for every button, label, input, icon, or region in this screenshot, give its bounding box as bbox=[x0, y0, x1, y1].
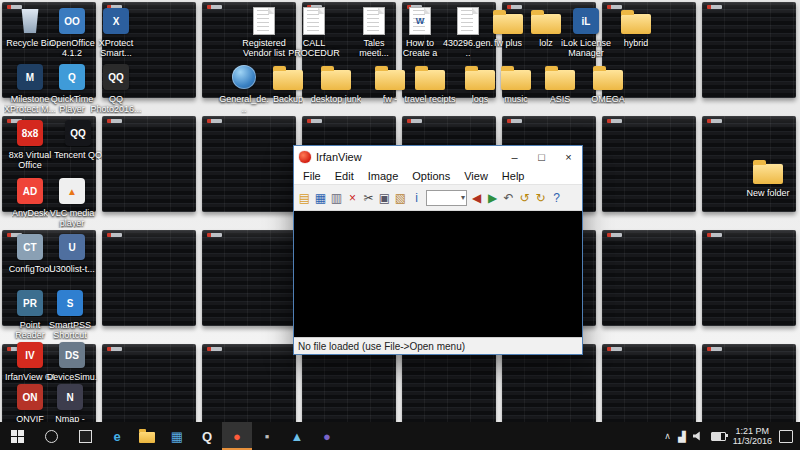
desktop-icon-label: VLC media player bbox=[46, 208, 98, 228]
photos-icon: ▲ bbox=[291, 430, 304, 443]
desktop-icon-call-procedure[interactable]: CALL PROCEDURE... bbox=[288, 6, 340, 59]
8x8-virtual-office-app-icon: 8x8 bbox=[17, 120, 43, 146]
qq-icon: Q bbox=[202, 430, 212, 443]
paste-icon[interactable]: ▧ bbox=[394, 192, 407, 204]
search-button[interactable] bbox=[34, 422, 68, 450]
desktop-icon-qq-photo2016[interactable]: QQQQ Photo2016... bbox=[90, 62, 142, 114]
window-controls: –□× bbox=[501, 146, 582, 167]
menu-options[interactable]: Options bbox=[405, 170, 457, 182]
toolbar: ▤▦▥×✂▣▧i▾◀▶↶↺↻? bbox=[294, 185, 582, 211]
desktop-icon-new-folder[interactable]: New folder bbox=[742, 156, 794, 198]
info-icon[interactable]: i bbox=[410, 192, 423, 204]
taskbar-app-media-player[interactable]: ● bbox=[312, 422, 342, 450]
desktop-icon-label: fw plus bbox=[494, 38, 522, 48]
desktop-icon-xprotect-smart[interactable]: XXProtect Smart... bbox=[90, 6, 142, 58]
taskbar-clock[interactable]: 1:21 PM 11/3/2016 bbox=[733, 426, 772, 446]
battery-icon[interactable] bbox=[711, 432, 726, 441]
close-button[interactable]: × bbox=[555, 146, 582, 167]
desktop-icon-desktop-junk[interactable]: desktop junk bbox=[310, 62, 362, 104]
desktop-icon-omega[interactable]: OMEGA bbox=[582, 62, 634, 104]
folder-icon bbox=[545, 70, 575, 90]
desktop-icon-hybrid[interactable]: hybrid bbox=[610, 6, 662, 48]
desktop-icon-how-to-create-a-m[interactable]: WHow to Create a M... bbox=[394, 6, 446, 59]
desktop-icon-tales-meeti[interactable]: Tales meeti... bbox=[348, 6, 400, 58]
taskbar-apps: e▦Q●▪▲● bbox=[102, 422, 342, 450]
desktop-icon-tencent-qq[interactable]: QQTencent QQ bbox=[52, 118, 104, 160]
taskbar-app-console[interactable]: ▪ bbox=[252, 422, 282, 450]
network-icon[interactable]: ▟ bbox=[678, 431, 686, 442]
desktop-icon-smartpss-shortcut[interactable]: SSmartPSS Shortcut bbox=[44, 288, 96, 340]
save-icon[interactable]: ▦ bbox=[314, 192, 327, 204]
folder-icon bbox=[375, 70, 405, 90]
icon-art: QQ bbox=[103, 62, 129, 92]
desktop-icon-travel-recipts[interactable]: travel recipts bbox=[404, 62, 456, 104]
hidden-icons-chevron[interactable]: ∧ bbox=[664, 431, 671, 441]
icon-art bbox=[303, 6, 325, 36]
desktop-icon-label: 8x8 Virtual Office bbox=[4, 150, 56, 170]
menu-bar: FileEditImageOptionsViewHelp bbox=[294, 167, 582, 185]
task-view-button[interactable] bbox=[68, 422, 102, 450]
menu-help[interactable]: Help bbox=[495, 170, 532, 182]
icon-art: AD bbox=[17, 176, 43, 206]
folder-icon bbox=[753, 164, 783, 184]
copy-icon[interactable]: ▣ bbox=[378, 192, 391, 204]
rotate-right-icon[interactable]: ↻ bbox=[534, 192, 547, 204]
open-folder-icon[interactable]: ▤ bbox=[298, 192, 311, 204]
taskbar-app-edge[interactable]: e bbox=[102, 422, 132, 450]
icon-art: CT bbox=[17, 232, 43, 262]
menu-image[interactable]: Image bbox=[361, 170, 406, 182]
print-icon[interactable]: ▥ bbox=[330, 192, 343, 204]
taskbar-app-file-explorer[interactable] bbox=[132, 422, 162, 450]
folder-icon bbox=[273, 70, 303, 90]
document-icon bbox=[457, 7, 479, 35]
undo-icon[interactable]: ↶ bbox=[502, 192, 515, 204]
icon-art bbox=[415, 62, 445, 92]
delete-icon[interactable]: × bbox=[346, 192, 359, 204]
zoom-combobox[interactable]: ▾ bbox=[426, 190, 467, 206]
windows-logo-icon bbox=[11, 430, 24, 443]
minimize-button[interactable]: – bbox=[501, 146, 528, 167]
taskbar-left: e▦Q●▪▲● bbox=[0, 422, 342, 450]
start-button[interactable] bbox=[0, 422, 34, 450]
edge-icon: e bbox=[113, 430, 120, 443]
next-image-icon[interactable]: ▶ bbox=[486, 192, 499, 204]
taskbar-app-qq[interactable]: Q bbox=[192, 422, 222, 450]
icon-art bbox=[20, 6, 40, 36]
icon-art: N bbox=[57, 382, 83, 412]
folder-icon bbox=[321, 70, 351, 90]
taskbar-app-irfanview[interactable]: ● bbox=[222, 422, 252, 450]
vlc-media-player-app-icon: ▲ bbox=[59, 178, 85, 204]
menu-edit[interactable]: Edit bbox=[328, 170, 361, 182]
prev-image-icon[interactable]: ◀ bbox=[470, 192, 483, 204]
desktop-icon-8x8-virtual-office[interactable]: 8x88x8 Virtual Office bbox=[4, 118, 56, 170]
folder-icon bbox=[531, 14, 561, 34]
notification-center-icon[interactable] bbox=[779, 430, 793, 443]
taskbar-app-photos[interactable]: ▲ bbox=[282, 422, 312, 450]
desktop-icon-label: music bbox=[504, 94, 528, 104]
menu-file[interactable]: File bbox=[296, 170, 328, 182]
speaker-icon[interactable] bbox=[693, 431, 704, 441]
cut-icon[interactable]: ✂ bbox=[362, 192, 375, 204]
desktop-icon-backup[interactable]: Backup bbox=[262, 62, 314, 104]
qq-photo2016-app-icon: QQ bbox=[103, 64, 129, 90]
desktop-icon-u300list-t[interactable]: UU300list-t... bbox=[46, 232, 98, 274]
rotate-left-icon[interactable]: ↺ bbox=[518, 192, 531, 204]
taskbar-app-store[interactable]: ▦ bbox=[162, 422, 192, 450]
desktop-icon-label: fw - bbox=[383, 94, 398, 104]
desktop-icon-asis[interactable]: ASIS bbox=[534, 62, 586, 104]
icon-art bbox=[273, 62, 303, 92]
u300list-t-app-icon: U bbox=[59, 234, 85, 260]
clock-date: 11/3/2016 bbox=[733, 436, 772, 446]
anydesk-app-icon: AD bbox=[17, 178, 43, 204]
document-icon bbox=[303, 7, 325, 35]
irfanview-64-app-icon: IV bbox=[17, 342, 43, 368]
desktop-icon-ilok-license-manager[interactable]: iLiLok License Manager bbox=[560, 6, 612, 58]
help-icon[interactable]: ? bbox=[550, 192, 563, 204]
folder-icon bbox=[593, 70, 623, 90]
menu-view[interactable]: View bbox=[457, 170, 495, 182]
icon-art: W bbox=[409, 6, 431, 36]
window-titlebar[interactable]: IrfanView –□× bbox=[294, 146, 582, 167]
desktop-icon-registered-vendor-list[interactable]: Registered Vendor list bbox=[238, 6, 290, 58]
maximize-button[interactable]: □ bbox=[528, 146, 555, 167]
desktop-icon-vlc-media-player[interactable]: ▲VLC media player bbox=[46, 176, 98, 228]
